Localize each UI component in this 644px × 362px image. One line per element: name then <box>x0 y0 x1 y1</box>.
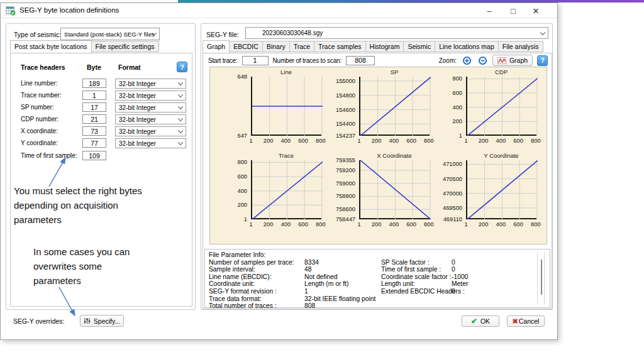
byte-column-heading: Byte <box>87 63 101 71</box>
maximize-button[interactable]: □ <box>502 4 525 18</box>
x-tick-label: 200 <box>479 138 489 144</box>
info-row: SP Scale factor :0 <box>381 259 468 266</box>
y-tick-label: 200 <box>237 202 247 208</box>
zoom-out-icon[interactable] <box>477 55 488 66</box>
chart-cdp: CDP 8006004002001 1200400600800 <box>432 69 539 149</box>
info-left-column: File Parameter Info: Number of samples p… <box>209 251 375 310</box>
start-trace-input[interactable] <box>242 56 269 65</box>
chart-plot <box>359 160 430 219</box>
specify-button[interactable]: Specify... <box>80 315 124 327</box>
dialog-titlebar[interactable]: SEG-Y byte location definitions – □ ✕ <box>1 3 557 18</box>
close-button[interactable]: ✕ <box>525 4 547 18</box>
chevron-down-icon <box>178 116 183 121</box>
x-tick-label: 600 <box>513 221 523 228</box>
cancel-button[interactable]: ✖ Cancel <box>507 315 545 327</box>
byte-input-trace-number[interactable] <box>82 90 106 100</box>
help-button-left[interactable]: ? <box>177 62 187 72</box>
byte-input-cdp-number[interactable] <box>82 114 106 124</box>
x-axis: 1200400600800 <box>359 138 430 145</box>
zoom-in-icon[interactable] <box>461 55 472 66</box>
chevron-down-icon <box>178 80 183 85</box>
tab-line-locations-map[interactable]: Line locations map <box>435 41 499 52</box>
tab-ebcdic[interactable]: EBCDIC <box>229 41 263 52</box>
y-axis: 648647 <box>217 77 248 136</box>
format-dropdown-trace-number[interactable]: 32-bit Integer <box>115 90 186 101</box>
byte-input-y-coordinate[interactable] <box>82 138 106 148</box>
chart-plot <box>466 160 536 219</box>
format-dropdown-y-coordinate[interactable]: 32-bit Integer <box>115 138 186 148</box>
y-tick-label: 759000 <box>336 180 355 187</box>
tab-post-stack-byte-locations[interactable]: Post stack byte locations <box>10 40 92 53</box>
ok-button-label: OK <box>480 317 490 325</box>
chart-sp: SP 155000154800154600154400154237 120040… <box>325 69 432 149</box>
y-axis: 471000470500470000469500469110 <box>432 160 464 219</box>
segy-dialog: SEG-Y byte location definitions – □ ✕ Ty… <box>0 3 558 340</box>
format-dropdown-line-number[interactable]: 32-bit Integer <box>115 79 186 89</box>
info-row: Trace data format:32-bit IEEE floating p… <box>209 295 375 303</box>
minimize-button[interactable]: – <box>478 4 501 18</box>
x-tick-label: 400 <box>389 221 399 228</box>
tab-seismic[interactable]: Seismic <box>403 41 435 52</box>
left-tabbar: Post stack byte locations File specific … <box>10 40 158 53</box>
x-tick-label: 600 <box>298 221 308 228</box>
info-row: Time of first sample :0 <box>381 266 468 273</box>
info-scrollbar[interactable] <box>537 252 545 305</box>
type-of-seismic-value: Standard (post-stack) SEG-Y files <box>64 31 155 38</box>
segy-overrides-label: SEG-Y overrides: <box>13 317 65 325</box>
byte-input-line-number[interactable] <box>82 79 106 88</box>
chevron-down-icon <box>178 92 183 97</box>
ok-button[interactable]: ✔ OK <box>462 315 499 327</box>
scrollbar-thumb[interactable] <box>541 260 542 295</box>
segy-file-label: SEG-Y file: <box>206 31 239 38</box>
x-tick-label: 400 <box>281 138 291 144</box>
x-tick-label: 800 <box>316 138 326 144</box>
graph-button[interactable]: Graph <box>492 55 533 66</box>
x-tick-label: 400 <box>281 221 291 228</box>
help-button-right[interactable]: ? <box>537 55 548 66</box>
tab-graph[interactable]: Graph <box>203 40 230 53</box>
format-dropdown-x-coordinate[interactable]: 32-bit Integer <box>115 126 186 136</box>
y-axis: 155000154800154600154400154237 <box>325 77 357 136</box>
format-dropdown-sp-number[interactable]: 32-bit Integer <box>115 102 186 112</box>
format-value: 32-bit Integer <box>119 104 156 111</box>
x-tick-label: 200 <box>372 138 382 144</box>
chart-x-coordinate: X Coordinate 759355759200759000758800758… <box>325 152 432 233</box>
tab-file-analysis[interactable]: File analysis <box>498 41 543 52</box>
chart-plot <box>251 77 321 136</box>
y-tick-label: 647 <box>237 133 247 139</box>
format-dropdown-cdp-number[interactable]: 32-bit Integer <box>115 114 186 124</box>
graph-controls: Start trace: Number of traces to scan: Z… <box>203 55 553 66</box>
x-tick-label: 400 <box>496 221 506 228</box>
tab-trace[interactable]: Trace <box>289 41 314 52</box>
row-label: Time of first sample: <box>21 152 77 159</box>
type-of-seismic-dropdown[interactable]: Standard (post-stack) SEG-Y files <box>60 28 160 40</box>
info-row: Sample interval:48 <box>209 266 375 273</box>
format-value: 32-bit Integer <box>119 80 156 87</box>
chart-line: Line 648647 1200400600800 <box>217 69 324 149</box>
chart-title: CDP <box>466 69 536 76</box>
traces-to-scan-input[interactable] <box>346 56 375 65</box>
x-tick-label: 800 <box>531 221 541 228</box>
y-tick-label: 471000 <box>443 161 462 167</box>
y-tick-label: 154237 <box>336 133 355 139</box>
tab-histogram[interactable]: Histogram <box>365 41 404 52</box>
y-tick-label: 800 <box>237 159 247 165</box>
y-tick-label: 154800 <box>336 92 355 99</box>
y-tick-label: 1 <box>459 133 462 139</box>
byte-input-x-coordinate[interactable] <box>82 126 106 136</box>
y-tick-label: 600 <box>452 90 462 96</box>
chevron-down-icon <box>178 104 183 109</box>
x-tick-label: 200 <box>264 138 274 144</box>
x-tick-label: 1 <box>357 138 360 144</box>
byte-input-sp-number[interactable] <box>82 102 106 112</box>
chart-plot <box>251 160 321 219</box>
cancel-button-label: Cancel <box>519 317 540 325</box>
segy-file-dropdown[interactable]: 20230603030648.sgy <box>245 27 548 39</box>
charts-panel: Line 648647 1200400600800 SP 15500015480… <box>209 67 547 244</box>
byte-input-time-first-sample[interactable] <box>82 151 106 160</box>
tab-binary[interactable]: Binary <box>262 41 290 52</box>
row-label: SP number: <box>21 104 54 111</box>
tab-trace-samples[interactable]: Trace samples <box>314 41 365 52</box>
x-icon: ✖ <box>513 317 518 326</box>
tab-file-specific-settings[interactable]: File specific settings <box>91 41 159 52</box>
